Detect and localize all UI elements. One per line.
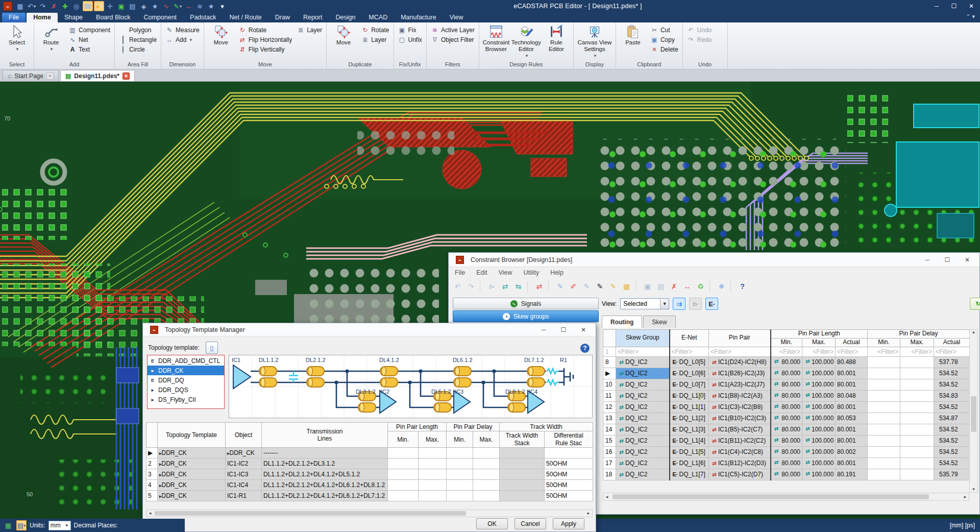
qat-origin-icon[interactable]: ✛ (105, 1, 115, 11)
move-button[interactable]: Move (207, 23, 235, 61)
tab-design11[interactable]: ▤ Design11.pdes* ✕ (60, 70, 135, 81)
col-ppl-max[interactable]: Max. (802, 338, 836, 347)
filter-ppd-min[interactable]: <Filter> (868, 347, 900, 356)
qat-measure-icon[interactable]: ↔ (184, 1, 194, 11)
col-ppd-max[interactable]: Max. (473, 431, 500, 448)
topology-template-cell[interactable]: ▸DDR_CK (158, 491, 226, 501)
canvas-view-settings-button[interactable]: Canvas View Settings (576, 23, 613, 61)
ppl-actual-cell[interactable]: 80.191 (836, 469, 868, 480)
enet-cell[interactable]: DQ_L1[5] (670, 446, 709, 457)
skew-groups-button[interactable]: Skew groups (453, 310, 599, 322)
cb-delete-net-icon[interactable]: ✗ (668, 281, 680, 293)
tab-board-block[interactable]: Board Block (89, 13, 137, 22)
ppl-max-cell[interactable] (419, 491, 447, 501)
ppd-max-cell[interactable] (473, 448, 500, 458)
col-ppd-actual[interactable]: Actual (934, 338, 970, 347)
dialog-close-button[interactable]: ✕ (575, 326, 592, 333)
enet-cell[interactable]: DQ_L1[7] (670, 469, 709, 480)
filter-skew-group[interactable]: <Filter> (616, 347, 670, 356)
col-track-width[interactable]: Track Width (500, 423, 593, 431)
table-row[interactable]: 15 DQ_IC2 DQ_L1[4] IC1(B11)-IC2(C2) 80.0… (603, 435, 970, 446)
ppl-max-cell[interactable] (419, 480, 447, 491)
vertical-scrollbar[interactable]: ▲▼ (969, 329, 978, 493)
ppd-max-cell[interactable] (900, 457, 934, 469)
tab-padstack[interactable]: Padstack (183, 13, 223, 22)
ppd-actual-cell[interactable]: 534.52 (934, 435, 970, 446)
ppd-actual-cell[interactable]: 537.78 (934, 356, 970, 368)
ppd-max-cell[interactable] (900, 390, 934, 401)
duplicate-layer-button[interactable]: ≣Layer (359, 35, 390, 44)
ppd-max-cell[interactable] (900, 379, 934, 390)
maximize-button[interactable]: ☐ (945, 0, 963, 12)
route-button[interactable]: Route (37, 23, 65, 61)
qat-image-icon[interactable]: ▣ (116, 1, 127, 11)
ppl-max-cell[interactable]: 100.000 (802, 356, 836, 368)
qat-layers-icon[interactable]: ≋ (195, 1, 205, 11)
duplicate-rotate-button[interactable]: ↻Rotate (359, 25, 390, 35)
topology-template-cell[interactable]: ▸DDR_CK (158, 448, 226, 458)
ppd-min-cell[interactable] (447, 448, 473, 458)
col-ppd-max[interactable]: Max. (900, 338, 934, 347)
view-enet-toggle[interactable]: E· (705, 298, 718, 310)
template-list-item[interactable]: ▸DDR_DQS (148, 385, 224, 395)
skew-group-cell[interactable]: DQ_IC2 (616, 457, 670, 469)
differential-rule-stack-cell[interactable]: 50OHM (545, 458, 593, 469)
pin-pair-cell[interactable]: IC1(B10)-IC2(C3) (709, 413, 771, 424)
cb-refresh-icon[interactable]: ♻ (695, 281, 706, 293)
tab-manufacture[interactable]: Manufacture (394, 13, 443, 22)
filter-ppl-actual[interactable]: <Filter> (836, 347, 868, 356)
object-cell[interactable]: ▸DDR_CK (226, 448, 262, 458)
ppl-actual-cell[interactable]: 80.002 (836, 446, 868, 457)
cb-minimize-button[interactable]: ─ (919, 256, 936, 263)
ppl-actual-cell[interactable]: 80.001 (836, 435, 868, 446)
track-width-stack-cell[interactable] (500, 469, 545, 480)
col-differential-rule-stack[interactable]: Differential Rule Stac (545, 431, 593, 448)
tab-skew[interactable]: Skew (643, 316, 675, 328)
qat-layer-edit-icon[interactable]: ✎▾ (173, 1, 183, 11)
horizontal-scrollbar[interactable]: ◄► (146, 510, 593, 517)
ppl-min-cell[interactable]: 80.000 (771, 379, 802, 390)
transmission-lines-cell[interactable]: DL1.1.2+DL2.1.2+DL3.1.2 (262, 458, 388, 469)
cb-edit-bundle-icon[interactable]: ✐ (568, 281, 579, 293)
ppl-max-cell[interactable]: 100.000 (802, 435, 836, 446)
signals-button[interactable]: Signals (453, 298, 599, 309)
ppl-actual-cell[interactable]: 80.001 (836, 457, 868, 469)
ppl-max-cell[interactable]: 100.000 (802, 424, 836, 435)
object-cell[interactable]: IC1-IC3 (226, 469, 262, 480)
ppd-min-cell[interactable] (868, 457, 900, 469)
ppl-min-cell[interactable]: 80.000 (771, 469, 802, 480)
table-row[interactable]: 3 ▸DDR_CK IC1-IC3 DL1.1.2+DL2.1.2+DL4.1.… (146, 469, 593, 480)
table-row[interactable]: ▶ ▸DDR_CK ▸DDR_CK ------- (146, 448, 593, 458)
col-ppl-min[interactable]: Min. (388, 431, 419, 448)
ppl-min-cell[interactable]: 80.000 (771, 401, 802, 413)
skew-group-cell[interactable]: DQ_IC2 (616, 424, 670, 435)
ppd-max-cell[interactable] (900, 469, 934, 480)
delete-button[interactable]: ✕Delete (649, 44, 680, 54)
qat-comment-icon[interactable]: ●▾ (94, 1, 104, 11)
new-template-button[interactable]: ▯ (206, 342, 218, 354)
enet-cell[interactable]: DQ_L1[6] (670, 457, 709, 469)
add-component-button[interactable]: ▥Component (67, 25, 112, 35)
ppl-min-cell[interactable] (388, 458, 419, 469)
filter-pin-pair[interactable]: <Filter> (709, 347, 771, 356)
flip-vertically-button[interactable]: ⇵Flip Vertically (237, 44, 293, 54)
ppd-max-cell[interactable] (473, 480, 500, 491)
pin-pair-cell[interactable]: IC1(C4)-IC2(C8) (709, 446, 771, 457)
table-row[interactable]: ▶ DQ_IC2 DQ_L0[6] IC1(B26)-IC2(J3) 80.00… (603, 368, 970, 379)
transmission-lines-cell[interactable]: ------- (262, 448, 388, 458)
table-row[interactable]: 2 ▸DDR_CK IC1-IC2 DL1.1.2+DL2.1.2+DL3.1.… (146, 458, 593, 469)
ppl-actual-cell[interactable]: 80.001 (836, 424, 868, 435)
ppd-actual-cell[interactable]: 534.52 (934, 457, 970, 469)
cb-close-button[interactable]: ✕ (959, 256, 975, 263)
ppl-max-cell[interactable] (419, 448, 447, 458)
ppd-actual-cell[interactable]: 534.83 (934, 390, 970, 401)
table-row[interactable]: 18 DQ_IC2 DQ_L1[7] IC1(C5)-IC2(D7) 80.00… (603, 469, 970, 480)
move-layer-button[interactable]: ≣Layer (295, 25, 324, 35)
add-net-button[interactable]: ∿Net (67, 35, 112, 44)
cb-measure-icon[interactable]: ↔ (681, 281, 693, 293)
scroll-thumb[interactable] (612, 494, 929, 499)
ok-button[interactable]: OK (476, 518, 508, 529)
ppl-max-cell[interactable]: 100.000 (802, 379, 836, 390)
enet-cell[interactable]: DQ_L1[1] (670, 401, 709, 413)
differential-rule-stack-cell[interactable] (545, 448, 593, 458)
